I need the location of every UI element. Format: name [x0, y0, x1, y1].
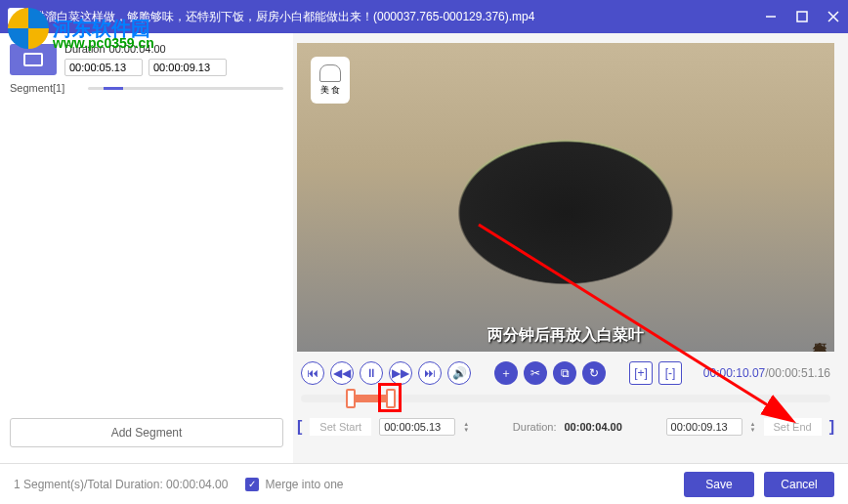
forward-icon[interactable]: ▶▶ — [389, 361, 412, 385]
chef-badge: 美 食 — [311, 57, 350, 104]
skip-start-icon[interactable]: ⏮ — [301, 361, 324, 385]
segment-start-input[interactable] — [64, 59, 143, 76]
set-end-button[interactable]: Set End — [764, 418, 822, 436]
merge-checkbox[interactable]: ✓ — [245, 478, 259, 491]
bracket-left-icon[interactable]: [ — [297, 418, 302, 436]
merge-label: Merge into one — [265, 478, 343, 491]
close-button[interactable] — [827, 10, 840, 23]
start-time-input[interactable] — [379, 418, 455, 436]
watermark-logo — [8, 8, 49, 49]
minimize-button[interactable] — [764, 10, 778, 23]
save-button[interactable]: Save — [684, 472, 754, 497]
volume-icon[interactable]: 🔊 — [447, 361, 471, 385]
current-time: 00:00:10.07 — [703, 366, 765, 380]
start-spinner[interactable]: ▲▼ — [463, 421, 469, 433]
copy-icon[interactable]: ⧉ — [553, 361, 576, 385]
total-time: 00:00:51.16 — [769, 366, 830, 380]
bracket-right-icon[interactable]: ] — [829, 418, 834, 436]
end-time-input[interactable] — [666, 418, 742, 436]
skip-end-icon[interactable]: ⏭ — [418, 361, 442, 385]
preview-panel: 美 食 两分钟后再放入白菜叶 小厨美食 ⏮ ◀◀ ⏸ ▶▶ ⏭ 🔊 ＋ ✂ ⧉ … — [293, 33, 848, 463]
segment-mini-timeline[interactable] — [88, 87, 283, 90]
timeline-start-handle[interactable] — [346, 389, 356, 408]
footer: 1 Segment(s)/Total Duration: 00:00:04.00… — [0, 463, 848, 504]
play-pause-icon[interactable]: ⏸ — [360, 361, 383, 385]
segments-panel: Duration 00:00:04.00 Segment[1] Add Segm… — [0, 33, 293, 463]
watermark: 河东软件园 — [8, 8, 150, 49]
add-marker-icon[interactable]: ＋ — [494, 361, 518, 385]
maximize-button[interactable] — [795, 10, 809, 23]
duration-value: 00:00:04.00 — [564, 421, 621, 433]
end-spinner[interactable]: ▲▼ — [750, 421, 756, 433]
set-start-button[interactable]: Set Start — [310, 418, 371, 436]
duration-label: Duration: — [513, 421, 557, 433]
segment-label: Segment[1] — [10, 82, 64, 94]
playback-controls: ⏮ ◀◀ ⏸ ▶▶ ⏭ 🔊 ＋ ✂ ⧉ ↻ [+] [-] 00:00:10.0… — [297, 361, 834, 385]
add-segment-button[interactable]: Add Segment — [10, 418, 283, 447]
refresh-icon[interactable]: ↻ — [582, 361, 606, 385]
time-display: 00:00:10.07/00:00:51.16 — [703, 366, 830, 380]
cancel-button[interactable]: Cancel — [764, 472, 834, 497]
video-subtitle: 两分钟后再放入白菜叶 — [488, 325, 644, 346]
segment-end-input[interactable] — [148, 59, 227, 76]
zoom-in-icon[interactable]: [+] — [629, 361, 653, 385]
video-preview[interactable]: 美 食 两分钟后再放入白菜叶 小厨美食 — [297, 43, 834, 352]
footer-status: 1 Segment(s)/Total Duration: 00:00:04.00 — [14, 478, 228, 491]
video-frame: 美 食 两分钟后再放入白菜叶 小厨美食 — [297, 43, 834, 352]
split-icon[interactable]: ✂ — [524, 361, 547, 385]
zoom-out-icon[interactable]: [-] — [658, 361, 682, 385]
range-controls: [ Set Start ▲▼ Duration: 00:00:04.00 ▲▼ … — [297, 418, 834, 436]
svg-rect-1 — [797, 12, 807, 21]
timeline-row — [297, 395, 834, 402]
annotation-red-box — [378, 383, 402, 412]
watermark-text: 河东软件园 — [53, 16, 150, 42]
rewind-icon[interactable]: ◀◀ — [330, 361, 354, 385]
